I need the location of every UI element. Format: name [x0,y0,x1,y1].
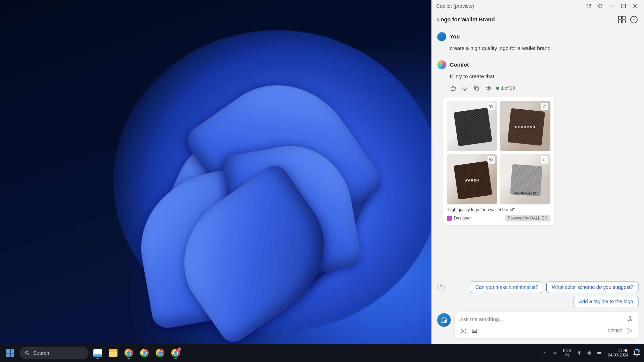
new-topic-button[interactable] [437,313,451,327]
keyboard-icon[interactable] [551,347,559,358]
suggestion-chip[interactable]: What color scheme do you suggest? [546,282,638,293]
notepad-icon [93,349,102,357]
user-name-label: You [450,33,460,40]
svg-rect-9 [619,20,622,23]
svg-point-25 [579,354,580,354]
svg-point-1 [611,6,612,6]
svg-point-22 [25,351,28,354]
user-message-text: create a high quality logo for a wallet … [450,44,638,52]
taskbar-app-chrome-2[interactable] [138,346,151,359]
designer-attribution[interactable]: Designer [447,216,471,221]
generated-image-3[interactable]: WAREN [447,154,497,204]
refresh-icon[interactable] [596,2,605,11]
volume-icon[interactable] [585,347,594,358]
svg-line-23 [28,354,29,355]
taskbar-app-explorer[interactable] [107,346,120,359]
copilot-header: Copilot (preview) [432,0,644,12]
clock[interactable]: 21:40 04-03-2024 [605,348,631,358]
close-icon[interactable] [630,2,639,11]
copilot-message-text: I'll try to create that. [450,72,638,80]
svg-point-2 [613,6,614,6]
open-external-icon[interactable] [584,2,593,11]
svg-rect-12 [475,87,478,90]
thumbs-down-icon[interactable] [461,85,468,92]
suggestion-chip[interactable]: Add a tagline to the logo [574,296,638,307]
copy-image-icon[interactable] [488,103,495,110]
generated-image-4[interactable]: MOUMNAANET [500,154,550,204]
svg-rect-7 [619,16,622,19]
time-text: 21:40 [608,348,628,353]
more-icon[interactable] [607,2,616,11]
generated-image-2[interactable]: HORDMND [500,101,550,151]
notification-dot-icon [637,349,640,352]
svg-rect-3 [621,4,626,8]
copy-icon[interactable] [473,85,480,92]
image-results-card: HITHHY HORDMND WAREN [443,97,554,225]
char-count: 0/2000 [608,328,622,334]
copilot-body: You create a high quality logo for a wal… [432,27,644,280]
designer-icon [447,216,452,221]
taskbar: Search ENG [0,344,644,362]
copy-image-icon[interactable] [541,156,548,164]
taskbar-app-chrome-1[interactable] [122,346,135,359]
svg-rect-13 [490,106,493,108]
read-aloud-icon[interactable] [485,85,492,92]
topic-title: Logo for Wallet Brand [437,16,614,23]
user-message: You create a high quality logo for a wal… [437,32,638,52]
counter-text: 1 of 30 [501,86,515,91]
chrome-icon [156,349,164,357]
svg-point-0 [610,6,611,6]
svg-rect-18 [629,317,631,320]
send-icon[interactable] [626,327,633,334]
input-area: 0/2000 [432,312,644,344]
taskbar-search[interactable]: Search [20,347,89,359]
copilot-avatar [437,60,446,69]
image-upload-icon[interactable] [471,327,478,334]
tray-chevron-icon[interactable] [541,347,549,358]
copilot-name-label: Copilot [450,62,469,68]
taskbar-app-chrome-4[interactable] [169,346,182,359]
notification-badge-icon [178,347,181,351]
prompt-input[interactable] [460,316,623,322]
suggestion-chip[interactable]: Can you make it minimalist? [470,282,543,293]
help-icon[interactable]: ? [437,284,445,291]
search-placeholder: Search [33,350,49,356]
image-caption: "high quality logo for a wallet brand" [447,207,550,212]
start-button[interactable] [3,346,17,360]
svg-rect-10 [622,20,625,23]
wifi-icon[interactable] [575,347,584,358]
copilot-message: Copilot I'll try to create that. [437,60,638,225]
response-counter: 1 of 30 [496,86,515,91]
svg-rect-27 [598,352,600,353]
chrome-icon [125,349,133,357]
user-avatar [437,32,446,41]
copilot-subheader: Logo for Wallet Brand [432,12,644,27]
copilot-header-title: Copilot (preview) [436,3,582,9]
dock-icon[interactable] [619,2,628,11]
message-actions: 1 of 30 [450,85,638,92]
generated-image-1[interactable]: HITHHY [447,101,497,151]
copy-image-icon[interactable] [488,156,495,164]
powered-by-badge: Powered by DALL·E 3 [505,215,550,221]
svg-rect-14 [544,106,546,108]
microphone-icon[interactable] [626,316,633,323]
taskbar-app-chrome-3[interactable] [153,346,167,359]
notifications-button[interactable] [632,347,641,358]
date-text: 04-03-2024 [608,353,628,357]
svg-rect-15 [490,159,493,161]
plugins-icon[interactable] [617,15,626,24]
image-grid: HITHHY HORDMND WAREN [447,101,550,204]
windows-logo-icon [6,349,14,357]
screenshot-icon[interactable] [460,327,467,334]
copy-image-icon[interactable] [541,103,548,110]
taskbar-app-notepad[interactable] [91,346,104,359]
language-indicator[interactable]: ENG IN [561,348,574,358]
thumbs-up-icon[interactable] [450,85,457,92]
chrome-icon [140,349,149,357]
status-dot-icon [496,87,499,90]
svg-rect-8 [622,16,625,19]
history-icon[interactable] [629,15,638,24]
suggestion-row: ? Can you make it minimalist? What color… [432,280,644,312]
svg-rect-16 [544,159,546,161]
battery-icon[interactable] [595,347,604,358]
